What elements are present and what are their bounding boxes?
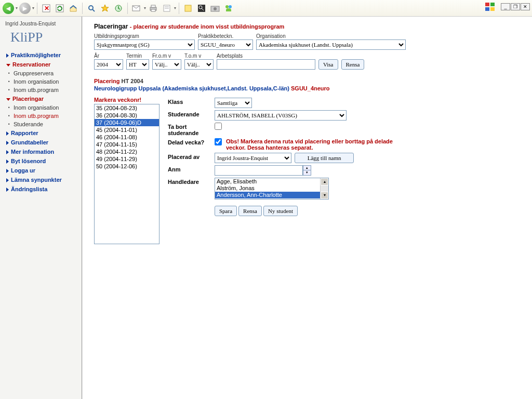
username: Ingrid Joustra-Enquist — [5, 21, 78, 26]
delad-checkbox[interactable] — [215, 138, 222, 145]
nav-loggaur[interactable]: Logga ur — [3, 166, 78, 175]
svg-rect-8 — [151, 5, 155, 7]
klass-select[interactable]: Samtliga — [215, 98, 252, 108]
rensa2-button[interactable]: Rensa — [238, 206, 262, 216]
stop-icon[interactable]: ✕ — [40, 2, 52, 15]
minimize-button[interactable]: _ — [501, 3, 510, 10]
week-item[interactable]: 36 (2004-08-30) — [95, 112, 159, 119]
nav-placeringar[interactable]: Placeringar — [3, 94, 78, 103]
organisation-select[interactable]: Akademiska sjukhuset (Landst. Uppsala) — [256, 39, 406, 50]
arbetsplats-input[interactable] — [217, 59, 315, 70]
week-item[interactable]: 45 (2004-11-01) — [95, 126, 159, 134]
nav-andring[interactable]: Ändringslista — [3, 184, 78, 194]
tabort-checkbox[interactable] — [215, 123, 222, 130]
ar-select[interactable]: 2004 — [94, 59, 123, 70]
week-item[interactable]: 35 (2004-08-23) — [95, 104, 159, 112]
tom-select[interactable]: Välj.. — [184, 59, 214, 70]
week-list[interactable]: 35 (2004-08-23)36 (2004-08-30)37 (2004-0… — [94, 104, 159, 244]
main-content: Placeringar - placering av studerande in… — [82, 17, 532, 399]
svg-line-4 — [92, 9, 95, 11]
svg-rect-22 — [490, 3, 495, 6]
nav-gruppreservera[interactable]: Gruppreservera — [8, 69, 78, 77]
week-item[interactable]: 46 (2004-11-08) — [95, 134, 159, 141]
rensa-button[interactable]: Rensa — [341, 59, 365, 70]
utbildningsprogram-select[interactable]: Sjukgymnastprog (SG) — [94, 39, 195, 50]
svg-text:✕: ✕ — [44, 5, 49, 12]
handledare-list[interactable]: Agge, ElisabethAlström, JonasAndersson, … — [215, 178, 329, 200]
laggtill-button[interactable]: Lägg till namn — [295, 153, 354, 163]
research-icon[interactable] — [195, 2, 208, 15]
anm-spinner[interactable]: ▴▾ — [303, 165, 311, 176]
nav-reserv-inom-org[interactable]: Inom organisation — [8, 77, 78, 86]
placering-heading: Placering HT 2004 — [94, 78, 523, 84]
nystudent-button[interactable]: Ny student — [263, 206, 298, 216]
svg-rect-21 — [485, 3, 489, 6]
svg-point-18 — [214, 7, 217, 10]
history-icon[interactable] — [112, 2, 125, 15]
nav-plac-inom-utb[interactable]: Inom utb.program — [8, 112, 78, 120]
handledare-item[interactable]: Andersson, Ann-Charlotte — [215, 192, 328, 198]
studerande-select[interactable]: AHLSTRÖM, ISABELL (V03SG) — [215, 110, 347, 121]
week-item[interactable]: 50 (2004-12-06) — [95, 163, 159, 170]
nav-reserv-inom-utb[interactable]: Inom utb.program — [8, 86, 78, 94]
nav-grundtabeller[interactable]: Grundtabeller — [3, 138, 78, 147]
anm-input[interactable] — [215, 165, 303, 176]
week-item[interactable]: 48 (2004-11-22) — [95, 148, 159, 155]
org-line: Neurologigrupp Uppsala (Akademiska sjukh… — [94, 85, 523, 91]
termin-select[interactable]: HT — [126, 59, 149, 70]
handledare-item[interactable]: Alström, Jonas — [215, 185, 328, 192]
refresh-icon[interactable] — [54, 2, 66, 15]
page-title: Placeringar - placering av studerande in… — [94, 23, 523, 30]
week-item[interactable]: 49 (2004-11-29) — [95, 155, 159, 163]
forward-button[interactable]: ► — [19, 2, 31, 15]
svg-rect-24 — [490, 7, 495, 11]
restore-button[interactable]: ❐ — [511, 3, 520, 10]
nav-plac-inom-org[interactable]: Inom organisation — [8, 103, 78, 112]
week-item[interactable]: 37 (2004-09-06)D — [95, 119, 159, 126]
windows-logo-icon — [485, 2, 496, 11]
nav-rapporter[interactable]: Rapporter — [3, 128, 78, 138]
sidebar: Ingrid Joustra-Enquist KliPP Praktikmöjl… — [0, 17, 82, 399]
spara-button[interactable]: Spara — [215, 206, 237, 216]
messenger-icon[interactable] — [222, 2, 235, 15]
print-icon[interactable] — [147, 2, 159, 15]
edit-icon[interactable] — [161, 2, 173, 15]
favorites-icon[interactable] — [99, 2, 111, 15]
mail-icon[interactable] — [130, 2, 143, 15]
nav-praktikmojligheter[interactable]: Praktikmöjligheter — [3, 50, 78, 60]
visa-button[interactable]: Visa — [318, 59, 338, 70]
markera-label: Markera veckonr! — [94, 97, 159, 103]
svg-rect-23 — [485, 7, 489, 11]
handledare-item[interactable]: Agge, Elisabeth — [215, 178, 328, 185]
nav-merinfo[interactable]: Mer information — [3, 147, 78, 156]
svg-point-20 — [229, 5, 232, 8]
browser-toolbar: ◄ ▾ ► ▾ ✕ ▾ ▾ _ ❐ ✕ — [0, 0, 532, 17]
nav-lamna[interactable]: Lämna synpunkter — [3, 175, 78, 184]
nav-reservationer[interactable]: Reservationer — [3, 60, 78, 69]
nav-bytlosen[interactable]: Byt lösenord — [3, 156, 78, 166]
svg-point-3 — [89, 6, 93, 10]
svg-rect-9 — [151, 9, 155, 11]
app-logo: KliPP — [10, 30, 78, 45]
praktikbeteckn-select[interactable]: SGUU_4neuro — [198, 39, 253, 50]
delad-warning: Obs! Markera denna ruta vid placering el… — [226, 138, 413, 151]
from-select[interactable]: Välj.. — [152, 59, 181, 70]
search-icon[interactable] — [85, 2, 98, 15]
placerad-select[interactable]: Ingrid Joustra-Enquist — [215, 153, 291, 163]
svg-rect-13 — [185, 5, 191, 11]
close-button[interactable]: ✕ — [521, 3, 530, 10]
back-button[interactable]: ◄ — [2, 2, 15, 15]
svg-point-19 — [225, 5, 229, 8]
week-item[interactable]: 47 (2004-11-15) — [95, 141, 159, 148]
nav-plac-studerande[interactable]: Studerande — [8, 120, 78, 128]
home-icon[interactable] — [67, 2, 79, 15]
camera-icon[interactable] — [209, 2, 221, 15]
note-icon[interactable] — [182, 2, 194, 15]
